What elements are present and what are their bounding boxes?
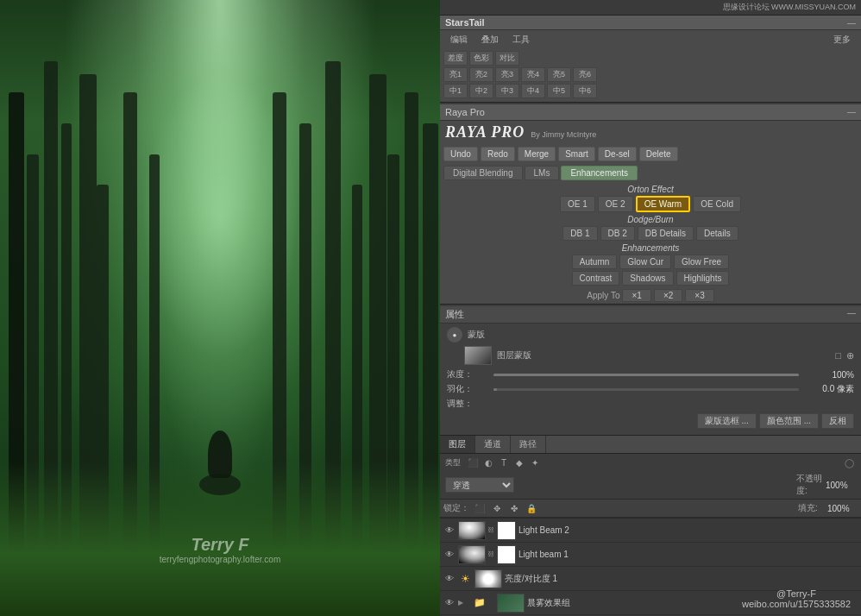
starstail-cell-liang6[interactable]: 亮6 bbox=[573, 67, 597, 82]
eye-icon-lightbeam2[interactable]: 👁 bbox=[443, 525, 456, 537]
db2-btn[interactable]: DB 2 bbox=[600, 226, 635, 241]
name-brightness1: 亮度/对比度 1 bbox=[505, 573, 858, 585]
raya-redo-btn[interactable]: Redo bbox=[481, 147, 515, 161]
raya-pro-panel: Raya Pro — RAYA PRO By Jimmy McIntyre Un… bbox=[440, 104, 861, 305]
density-value: 100% bbox=[802, 370, 854, 380]
thumb-morning bbox=[497, 594, 525, 613]
eye-icon-brightness1[interactable]: 👁 bbox=[443, 573, 456, 585]
properties-collapse[interactable]: — bbox=[847, 308, 856, 321]
oe1-btn[interactable]: OE 1 bbox=[560, 196, 595, 212]
oe-warm-btn[interactable]: OE Warm bbox=[636, 196, 691, 212]
starstail-cell-zhong1[interactable]: 中1 bbox=[443, 84, 468, 98]
starstail-nav-more[interactable]: 更多 bbox=[826, 32, 858, 47]
invert-btn[interactable]: 反相 bbox=[821, 413, 854, 429]
lock-brush-icon[interactable]: ✥ bbox=[490, 501, 504, 515]
filter-adjustment-icon[interactable]: ◐ bbox=[481, 456, 495, 469]
apply-x1-btn[interactable]: ×1 bbox=[622, 289, 650, 302]
mask-label: 蒙版 bbox=[468, 329, 854, 341]
tab-enhancements[interactable]: Enhancements bbox=[561, 166, 638, 180]
starstail-cell-zhong2[interactable]: 中2 bbox=[469, 84, 493, 98]
starstail-cell-liang2[interactable]: 亮2 bbox=[469, 67, 493, 82]
density-slider[interactable] bbox=[493, 374, 799, 376]
starstail-nav-overlay[interactable]: 叠加 bbox=[474, 32, 506, 47]
density-fill bbox=[493, 374, 799, 376]
starstail-cell-liang4[interactable]: 亮4 bbox=[521, 67, 545, 82]
fill-value: 100% bbox=[827, 504, 858, 513]
filter-smart-icon[interactable]: ✦ bbox=[528, 456, 542, 469]
raya-desel-btn[interactable]: De-sel bbox=[598, 147, 637, 161]
starstail-cell-zhong5[interactable]: 中5 bbox=[547, 84, 571, 98]
lock-move-icon[interactable]: ✤ bbox=[507, 501, 521, 515]
starstail-cell-zhong4[interactable]: 中4 bbox=[521, 84, 545, 98]
layer-mask-label: 图层蒙版 bbox=[497, 349, 830, 361]
mask-icon: ● bbox=[447, 327, 462, 343]
starstail-cell-liang3[interactable]: 亮3 bbox=[495, 67, 519, 82]
expand-morning[interactable]: ▶ bbox=[458, 599, 468, 607]
filter-toggle-icon[interactable]: ◯ bbox=[842, 456, 856, 469]
tab-digital-blending[interactable]: Digital Blending bbox=[443, 166, 523, 180]
tab-paths[interactable]: 路径 bbox=[511, 436, 546, 453]
starstail-panel: StarsTail — 编辑 叠加 工具 更多 差度 色彩 对比 亮1 亮2 亮… bbox=[440, 16, 861, 103]
layer-lightbeam2[interactable]: 👁 ⛓ Light Beam 2 bbox=[440, 519, 861, 543]
apply-row: Apply To ×1 ×2 ×3 bbox=[440, 287, 861, 304]
highlights-btn[interactable]: Highlights bbox=[676, 271, 730, 286]
starstail-cell-dui[interactable]: 对比 bbox=[495, 51, 519, 66]
feather-slider[interactable] bbox=[493, 388, 799, 391]
tab-lms[interactable]: LMs bbox=[525, 166, 560, 180]
oe2-btn[interactable]: OE 2 bbox=[598, 196, 633, 212]
starstail-cell-zhong3[interactable]: 中3 bbox=[495, 84, 519, 98]
raya-tabs: Digital Blending LMs Enhancements bbox=[440, 164, 861, 182]
starstail-cell-zhong6[interactable]: 中6 bbox=[573, 84, 597, 98]
lock-transparency-icon[interactable]: ⬛ bbox=[473, 501, 487, 515]
watermark: Terry F terryfengphotography.lofter.com bbox=[160, 535, 280, 564]
starstail-cell-cha[interactable]: 差度 bbox=[443, 51, 468, 66]
filter-pixel-icon[interactable]: ⬛ bbox=[466, 456, 480, 469]
enhancements-row1: Autumn Glow Cur Glow Free bbox=[440, 255, 861, 269]
oe-cold-btn[interactable]: OE Cold bbox=[693, 196, 741, 212]
contrast-btn[interactable]: Contrast bbox=[572, 271, 620, 286]
density-row: 浓度： 100% bbox=[447, 368, 854, 380]
eye-icon-morning[interactable]: 👁 bbox=[443, 597, 456, 609]
details-btn[interactable]: Details bbox=[696, 226, 738, 241]
enhancements-label: Enhancements bbox=[440, 243, 861, 253]
starstail-nav-edit[interactable]: 编辑 bbox=[443, 32, 474, 47]
glow-cur-btn[interactable]: Glow Cur bbox=[619, 255, 671, 269]
blend-mode-select[interactable]: 穿透 正常 叠加 bbox=[445, 477, 514, 493]
db1-btn[interactable]: DB 1 bbox=[562, 226, 597, 241]
raya-smart-btn[interactable]: Smart bbox=[558, 147, 595, 161]
autumn-btn[interactable]: Autumn bbox=[572, 255, 617, 269]
layer-lightbeam1[interactable]: 👁 ⛓ Light beam 1 bbox=[440, 543, 861, 567]
apply-x3-btn[interactable]: ×3 bbox=[685, 289, 713, 302]
shadows-btn[interactable]: Shadows bbox=[622, 271, 673, 286]
bottom-panels: 属性 — ● 蒙版 图层蒙版 □ ⊕ 浓度： bbox=[440, 305, 861, 616]
apply-label: Apply To bbox=[587, 291, 619, 300]
starstail-nav-tools[interactable]: 工具 bbox=[506, 32, 537, 47]
layer-morning-group[interactable]: 👁 ▶ 📁 晨雾效果组 bbox=[440, 591, 861, 615]
layer-brightness1[interactable]: 👁 ☀ 亮度/对比度 1 bbox=[440, 567, 861, 591]
starstail-cell-se[interactable]: 色彩 bbox=[469, 51, 493, 66]
tab-channels[interactable]: 通道 bbox=[475, 436, 511, 453]
filter-text-icon[interactable]: T bbox=[497, 456, 511, 469]
raya-delete-btn[interactable]: Delete bbox=[639, 147, 678, 161]
starstail-cell-liang5[interactable]: 亮5 bbox=[547, 67, 571, 82]
starstail-collapse-btn[interactable]: — bbox=[847, 18, 856, 28]
raya-undo-btn[interactable]: Undo bbox=[443, 147, 478, 161]
watermark-url: terryfengphotography.lofter.com bbox=[160, 555, 280, 564]
figure bbox=[208, 431, 232, 478]
glow-free-btn[interactable]: Glow Free bbox=[674, 255, 729, 269]
apply-x2-btn[interactable]: ×2 bbox=[654, 289, 682, 302]
layers-top-panel: 类型 ⬛ ◐ T ◆ ✦ ◯ 穿透 正常 叠加 不透明度: bbox=[440, 454, 861, 519]
tab-layers[interactable]: 图层 bbox=[440, 436, 475, 453]
raya-merge-btn[interactable]: Merge bbox=[518, 147, 556, 161]
layer-mask-add-icon[interactable]: □ bbox=[835, 350, 841, 361]
eye-icon-lightbeam1[interactable]: 👁 bbox=[443, 549, 456, 561]
color-range-btn[interactable]: 颜色范围 ... bbox=[759, 413, 819, 429]
mask-select-btn[interactable]: 蒙版选框 ... bbox=[697, 413, 757, 429]
layer-mask-link-icon[interactable]: ⊕ bbox=[846, 350, 854, 361]
starstail-cell-liang1[interactable]: 亮1 bbox=[443, 67, 468, 82]
raya-collapse-btn[interactable]: — bbox=[847, 107, 856, 117]
starstail-title: StarsTail bbox=[445, 17, 485, 28]
filter-shape-icon[interactable]: ◆ bbox=[512, 456, 526, 469]
db-details-btn[interactable]: DB Details bbox=[638, 226, 694, 241]
lock-all-icon[interactable]: 🔒 bbox=[525, 501, 538, 515]
